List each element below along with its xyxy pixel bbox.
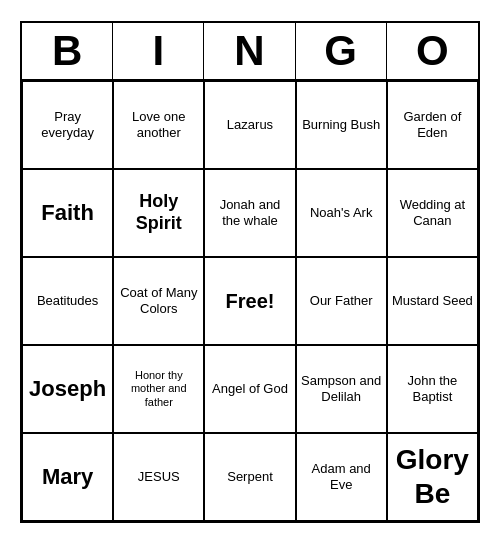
bingo-cell-15[interactable]: Joseph	[22, 345, 113, 433]
bingo-cell-22[interactable]: Serpent	[204, 433, 295, 521]
header-letter-g: G	[296, 23, 387, 79]
bingo-cell-10[interactable]: Beatitudes	[22, 257, 113, 345]
bingo-cell-12[interactable]: Free!	[204, 257, 295, 345]
bingo-cell-5[interactable]: Faith	[22, 169, 113, 257]
bingo-cell-14[interactable]: Mustard Seed	[387, 257, 478, 345]
bingo-cell-8[interactable]: Noah's Ark	[296, 169, 387, 257]
bingo-cell-11[interactable]: Coat of Many Colors	[113, 257, 204, 345]
bingo-cell-6[interactable]: Holy Spirit	[113, 169, 204, 257]
bingo-cell-0[interactable]: Pray everyday	[22, 81, 113, 169]
bingo-cell-23[interactable]: Adam and Eve	[296, 433, 387, 521]
bingo-cell-1[interactable]: Love one another	[113, 81, 204, 169]
bingo-cell-13[interactable]: Our Father	[296, 257, 387, 345]
bingo-cell-24[interactable]: Glory Be	[387, 433, 478, 521]
bingo-cell-17[interactable]: Angel of God	[204, 345, 295, 433]
bingo-cell-18[interactable]: Sampson and Delilah	[296, 345, 387, 433]
header-letter-b: B	[22, 23, 113, 79]
header-letter-i: I	[113, 23, 204, 79]
bingo-grid: Pray everydayLove one anotherLazarusBurn…	[22, 81, 478, 521]
bingo-cell-20[interactable]: Mary	[22, 433, 113, 521]
header-letter-o: O	[387, 23, 478, 79]
bingo-cell-7[interactable]: Jonah and the whale	[204, 169, 295, 257]
bingo-cell-21[interactable]: JESUS	[113, 433, 204, 521]
bingo-cell-3[interactable]: Burning Bush	[296, 81, 387, 169]
bingo-cell-4[interactable]: Garden of Eden	[387, 81, 478, 169]
bingo-card: BINGO Pray everydayLove one anotherLazar…	[20, 21, 480, 523]
bingo-cell-2[interactable]: Lazarus	[204, 81, 295, 169]
bingo-cell-16[interactable]: Honor thy mother and father	[113, 345, 204, 433]
header-letter-n: N	[204, 23, 295, 79]
bingo-cell-9[interactable]: Wedding at Canan	[387, 169, 478, 257]
bingo-header: BINGO	[22, 23, 478, 81]
bingo-cell-19[interactable]: John the Baptist	[387, 345, 478, 433]
